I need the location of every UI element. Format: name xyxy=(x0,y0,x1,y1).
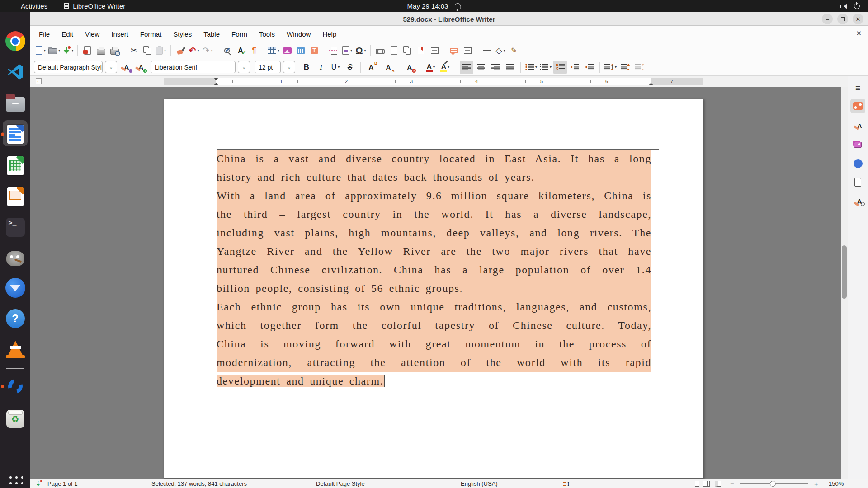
document-canvas[interactable]: China is a vast and diverse country loca… xyxy=(30,87,848,479)
insert-special-character-button[interactable]: Ω▾ xyxy=(354,44,368,57)
insert-bookmark-button[interactable] xyxy=(414,44,428,57)
restore-button[interactable] xyxy=(837,14,848,24)
zoom-slider[interactable] xyxy=(736,479,811,488)
insert-chart-button[interactable] xyxy=(294,44,307,57)
close-document-button[interactable]: ✕ xyxy=(856,29,862,38)
new-style-button[interactable]: A+ xyxy=(132,61,146,74)
insert-page-break-button[interactable] xyxy=(327,44,340,57)
increase-paragraph-spacing-button[interactable] xyxy=(618,61,632,74)
dock-item-vscode[interactable] xyxy=(0,59,30,84)
text-line[interactable]: including vast plains, high mountains, d… xyxy=(217,224,651,242)
decrease-paragraph-spacing-button[interactable] xyxy=(633,61,646,74)
line-spacing-button[interactable]: ▾ xyxy=(604,61,618,74)
font-size-dropdown[interactable]: ⌄ xyxy=(283,61,295,73)
menu-window[interactable]: Window xyxy=(281,28,316,40)
scrollbar-thumb[interactable] xyxy=(842,245,847,299)
menu-file[interactable]: File xyxy=(33,28,56,40)
vertical-scrollbar[interactable] xyxy=(841,87,848,479)
align-left-button[interactable] xyxy=(460,61,473,74)
dock-item-calc[interactable] xyxy=(0,153,30,178)
copy-button[interactable] xyxy=(141,44,154,57)
insert-horizontal-line-button[interactable] xyxy=(480,44,494,57)
open-button[interactable]: ▾ xyxy=(47,44,61,57)
menu-styles[interactable]: Styles xyxy=(167,28,198,40)
zoom-slider-track[interactable] xyxy=(740,483,808,484)
dock-item-gimp[interactable] xyxy=(0,244,30,270)
formatting-marks-button[interactable]: ¶ xyxy=(247,44,261,57)
bold-button[interactable]: B xyxy=(300,61,313,74)
book-view-button[interactable] xyxy=(714,479,722,488)
new-document-button[interactable]: ▾ xyxy=(34,44,47,57)
dock-item-terminal[interactable]: >_ xyxy=(0,215,30,240)
document-page[interactable]: China is a vast and diverse country loca… xyxy=(164,99,703,479)
sidebar-style-inspector-button[interactable]: A xyxy=(850,194,865,209)
clock-menu[interactable]: May 29 14:03 xyxy=(407,0,461,12)
selection-mode-status[interactable]: I xyxy=(563,479,569,488)
insert-frame-button[interactable] xyxy=(461,44,474,57)
align-center-button[interactable] xyxy=(474,61,488,74)
text-line[interactable]: nurtured Chinese civilization. China has… xyxy=(217,261,651,279)
activities-button[interactable]: Activities xyxy=(21,2,47,10)
zoom-out-button[interactable]: − xyxy=(730,479,734,488)
insert-hyperlink-button[interactable] xyxy=(373,44,387,57)
dock-item-chrome[interactable] xyxy=(0,28,30,54)
dock-item-help[interactable]: ? xyxy=(0,306,30,331)
paragraph-style-combo[interactable]: Default Paragraph Styl xyxy=(34,61,103,73)
insert-image-button[interactable] xyxy=(280,44,294,57)
export-pdf-button[interactable] xyxy=(80,44,94,57)
strikethrough-button[interactable]: S xyxy=(343,61,357,74)
sidebar-gallery-button[interactable] xyxy=(850,137,865,152)
document-modified-indicator[interactable]: ⇣ xyxy=(36,479,42,488)
cut-button[interactable]: ✂ xyxy=(127,44,141,57)
insert-text-box-button[interactable]: T xyxy=(307,44,321,57)
dock-item-vlc[interactable] xyxy=(0,336,30,361)
print-button[interactable] xyxy=(94,44,108,57)
dock-item-software-updater[interactable] xyxy=(0,374,30,399)
text-line[interactable]: history and rich culture that dates back… xyxy=(217,168,651,187)
sidebar-settings-button[interactable]: ≡ xyxy=(850,80,865,95)
clear-formatting-button[interactable]: A xyxy=(403,61,416,74)
justify-button[interactable] xyxy=(503,61,517,74)
update-style-button[interactable]: A xyxy=(118,61,132,74)
dock-item-writer[interactable] xyxy=(0,122,30,147)
menu-format[interactable]: Format xyxy=(134,28,168,40)
underline-button[interactable]: U▾ xyxy=(329,61,342,74)
decrease-indent-button[interactable] xyxy=(582,61,596,74)
dock-item-files[interactable] xyxy=(0,90,30,115)
dock-item-thunderbird[interactable] xyxy=(0,275,30,300)
dock-item-app-grid[interactable] xyxy=(0,469,30,488)
print-preview-button[interactable] xyxy=(108,44,121,57)
font-name-dropdown[interactable]: ⌄ xyxy=(238,61,250,73)
superscript-button[interactable]: AB xyxy=(364,61,378,74)
minimize-button[interactable]: – xyxy=(822,14,833,24)
menu-table[interactable]: Table xyxy=(198,28,226,40)
spelling-button[interactable]: A✓ xyxy=(234,44,247,57)
highlight-color-button[interactable]: A▾ xyxy=(439,61,452,74)
text-line[interactable]: billion people, consisting of 56 ethnic … xyxy=(217,279,651,298)
sidebar-properties-button[interactable] xyxy=(850,99,865,113)
dock-item-trash[interactable]: ♻ xyxy=(0,406,30,432)
page-number-status[interactable]: Page 1 of 1 xyxy=(47,479,78,488)
increase-indent-button[interactable] xyxy=(568,61,581,74)
text-line[interactable]: modernization, attracting the attention … xyxy=(217,353,651,372)
zoom-slider-handle[interactable] xyxy=(770,481,776,487)
show-draw-functions-button[interactable]: ✎ xyxy=(507,44,521,57)
sidebar-navigator-button[interactable] xyxy=(850,156,865,171)
word-count-status[interactable]: Selected: 137 words, 841 characters xyxy=(151,479,247,488)
redo-button[interactable]: ↷▾ xyxy=(201,44,214,57)
tab-stop-selector[interactable]: ⌐ xyxy=(36,78,42,84)
font-name-combo[interactable]: Liberation Serif xyxy=(151,61,236,73)
clone-formatting-button[interactable] xyxy=(174,44,187,57)
insert-comment-button[interactable] xyxy=(447,44,461,57)
app-menu[interactable]: LibreOffice Writer xyxy=(64,2,125,10)
horizontal-ruler[interactable]: ⌐ 1 2 3 4 5 6 7 xyxy=(30,76,868,87)
align-right-button[interactable] xyxy=(489,61,502,74)
zoom-level-label[interactable]: 150% xyxy=(829,479,844,488)
system-tray[interactable] xyxy=(841,0,860,12)
sidebar-styles-button[interactable]: A xyxy=(850,118,865,133)
sidebar-page-button[interactable] xyxy=(850,175,865,190)
paste-button[interactable]: ▾ xyxy=(154,44,168,57)
text-line[interactable]: China is a vast and diverse country loca… xyxy=(217,150,651,168)
text-line[interactable]: Each ethnic group has its own unique tra… xyxy=(217,298,651,316)
right-indent-marker[interactable] xyxy=(649,83,653,85)
